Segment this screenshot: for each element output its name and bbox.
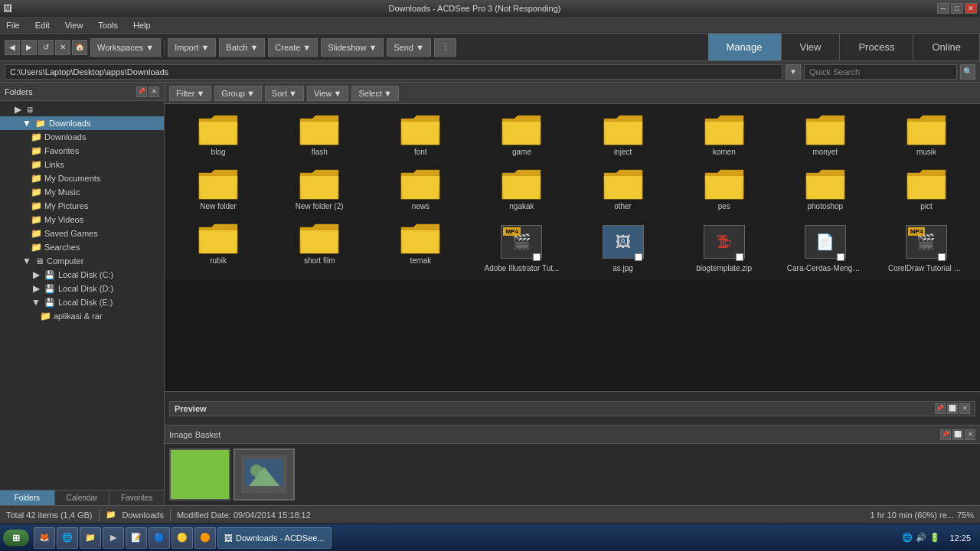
sidebar-item-mymusic[interactable]: 📁 My Music: [0, 185, 164, 199]
sidebar-item-myvideos[interactable]: 📁 My Videos: [0, 213, 164, 227]
start-button[interactable]: ⊞: [3, 530, 29, 546]
send-button[interactable]: Send ▼: [387, 38, 431, 57]
file-item[interactable]: blog: [168, 107, 269, 161]
file-icon: 🗜: [704, 221, 745, 262]
search-button[interactable]: 🔍: [960, 64, 975, 80]
basket-item-green[interactable]: [169, 448, 230, 500]
file-item[interactable]: ternak: [370, 216, 471, 278]
tab-process[interactable]: Process: [840, 34, 913, 60]
more-button[interactable]: ⋮: [434, 38, 456, 57]
taskbar-acdsee[interactable]: 🖼 Downloads - ACDSee...: [217, 527, 332, 549]
file-item[interactable]: 📄 Cara-Cerdas-Mengel...: [775, 216, 876, 278]
address-dropdown[interactable]: ▼: [786, 64, 801, 80]
file-item[interactable]: rubik: [168, 216, 269, 278]
address-path[interactable]: C:\Users\Laptop\Desktop\apps\Downloads: [5, 64, 782, 80]
view-button[interactable]: View ▼: [307, 86, 349, 101]
basket-item-photo[interactable]: [234, 448, 295, 500]
nav-forward[interactable]: ▶: [21, 40, 37, 55]
sidebar-tab-calendar[interactable]: Calendar: [55, 491, 110, 505]
sort-button[interactable]: Sort ▼: [265, 86, 304, 101]
sidebar-item-searches[interactable]: 📁 Searches: [0, 240, 164, 254]
sidebar-item-mydocuments[interactable]: 📁 My Documents: [0, 171, 164, 185]
import-button[interactable]: Import ▼: [168, 38, 216, 57]
file-item[interactable]: inject: [573, 107, 674, 161]
maximize-button[interactable]: □: [951, 3, 963, 14]
file-item[interactable]: photoshop: [775, 161, 876, 216]
file-item[interactable]: game: [471, 107, 572, 161]
preview-expand[interactable]: ⬜: [947, 403, 958, 414]
create-button[interactable]: Create ▼: [268, 38, 318, 57]
file-item[interactable]: pict: [876, 161, 977, 216]
taskbar-media[interactable]: ▶: [103, 527, 124, 549]
select-button[interactable]: Select ▼: [351, 86, 398, 101]
file-item[interactable]: flash: [269, 107, 370, 161]
file-item[interactable]: MP4 🎬 Adobe Illustrator Tut...: [471, 216, 572, 278]
quick-search-input[interactable]: Quick Search: [804, 64, 957, 80]
filter-button[interactable]: Filter ▼: [169, 86, 211, 101]
file-item[interactable]: short film: [269, 216, 370, 278]
taskbar-extra1[interactable]: 🔵: [149, 527, 170, 549]
sidebar-item-downloads[interactable]: 📁 Downloads: [0, 130, 164, 144]
sidebar-item-localdisk-d[interactable]: ▶ 💾 Local Disk (D:): [0, 282, 164, 295]
nav-refresh[interactable]: ↺: [38, 40, 54, 55]
workspaces-button[interactable]: Workspaces ▼: [90, 38, 161, 57]
close-button[interactable]: ✕: [965, 3, 977, 14]
file-item[interactable]: New folder: [168, 161, 269, 216]
batch-button[interactable]: Batch ▼: [219, 38, 265, 57]
sidebar-item-links[interactable]: 📁 Links: [0, 158, 164, 171]
sidebar-item-favorites[interactable]: 📁 Favorites: [0, 144, 164, 158]
sidebar-item-mypictures[interactable]: 📁 My Pictures: [0, 199, 164, 213]
basket-pin[interactable]: 📌: [940, 429, 951, 440]
file-item[interactable]: ngakak: [471, 161, 572, 216]
taskbar-office[interactable]: 📝: [126, 527, 147, 549]
file-item[interactable]: monyet: [775, 107, 876, 161]
tab-view[interactable]: View: [782, 34, 841, 60]
preview-pin[interactable]: 📌: [935, 403, 946, 414]
sidebar-tab-folders[interactable]: Folders: [0, 491, 55, 505]
basket-close[interactable]: ✕: [965, 429, 975, 440]
file-item[interactable]: other: [573, 161, 674, 216]
file-item[interactable]: MP4 🎬 CorelDraw Tutorial Ve...: [876, 216, 977, 278]
file-item[interactable]: 🖼 as.jpg: [573, 216, 674, 278]
sidebar-pin[interactable]: 📌: [136, 86, 147, 97]
sidebar-item-computer[interactable]: ▼ 🖥 Computer: [0, 254, 164, 268]
sidebar-close[interactable]: ✕: [149, 86, 159, 97]
menu-help[interactable]: Help: [130, 19, 154, 31]
menu-tools[interactable]: Tools: [95, 19, 121, 31]
file-item[interactable]: font: [370, 107, 471, 161]
sidebar-tab-favorites[interactable]: Favorites: [109, 491, 164, 505]
menu-view[interactable]: View: [62, 19, 87, 31]
nav-home[interactable]: 🏠: [72, 40, 87, 55]
file-item[interactable]: New folder (2): [269, 161, 370, 216]
taskbar-explorer[interactable]: 📁: [80, 527, 101, 549]
nav-stop[interactable]: ✕: [55, 40, 70, 55]
file-item[interactable]: musik: [876, 107, 977, 161]
sidebar-item-root[interactable]: ▶ 🖥: [0, 103, 164, 116]
file-item[interactable]: news: [370, 161, 471, 216]
sidebar-item-savedgames[interactable]: 📁 Saved Games: [0, 227, 164, 240]
minimize-button[interactable]: ─: [937, 3, 949, 14]
sidebar-item-downloads-root[interactable]: ▼ 📁 Downloads: [0, 116, 164, 130]
file-item[interactable]: 🗜 blogtemplate.zip: [674, 216, 775, 278]
file-item[interactable]: komen: [674, 107, 775, 161]
taskbar-firefox[interactable]: 🦊: [34, 527, 55, 549]
tab-manage[interactable]: Manage: [708, 34, 782, 60]
sidebar-item-aplikasi[interactable]: 📁 aplikasi & rar: [0, 309, 164, 323]
basket-expand[interactable]: ⬜: [952, 429, 963, 440]
menu-file[interactable]: File: [3, 19, 23, 31]
menu-edit[interactable]: Edit: [32, 19, 53, 31]
taskbar-chrome[interactable]: 🌐: [57, 527, 78, 549]
folder-icon: [805, 167, 846, 201]
file-grid-container[interactable]: blog flash f: [165, 104, 980, 391]
group-button[interactable]: Group ▼: [214, 86, 261, 101]
tab-online[interactable]: Online: [913, 34, 980, 60]
file-item[interactable]: pes: [674, 161, 775, 216]
nav-back[interactable]: ◀: [5, 40, 20, 55]
preview-close[interactable]: ✕: [959, 403, 970, 414]
sidebar-item-localdisk-e[interactable]: ▼ 💾 Local Disk (E:): [0, 295, 164, 309]
slideshow-button[interactable]: Slideshow ▼: [321, 38, 384, 57]
filterbar: Filter ▼ Group ▼ Sort ▼ View ▼ Select ▼: [165, 83, 980, 104]
taskbar-extra3[interactable]: 🟠: [194, 527, 216, 549]
taskbar-extra2[interactable]: 🟡: [172, 527, 193, 549]
sidebar-item-localdisk-c[interactable]: ▶ 💾 Local Disk (C:): [0, 268, 164, 282]
